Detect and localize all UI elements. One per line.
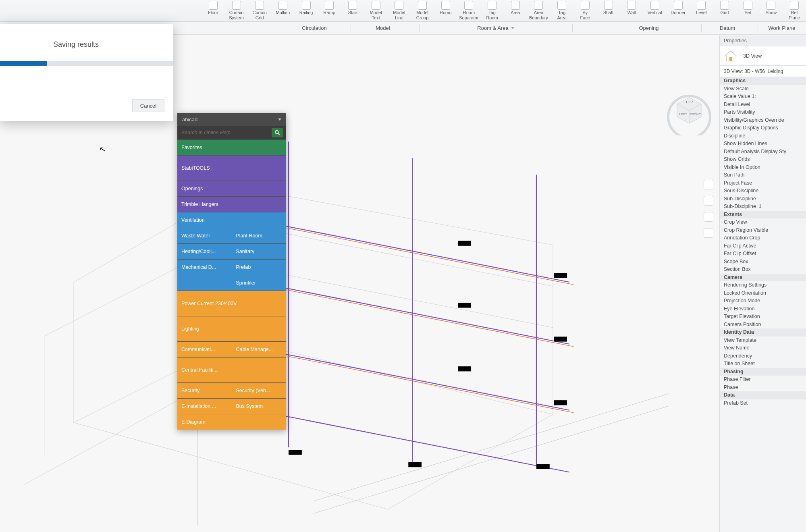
viewcube-top-label[interactable]: TOP <box>686 100 693 104</box>
ribbon-tool-level[interactable]: Level <box>690 0 713 21</box>
palette-tile[interactable]: Communicati... <box>177 342 232 357</box>
viewcube-front-label[interactable]: FRONT <box>690 112 701 116</box>
props-item[interactable]: Dependency <box>720 352 806 360</box>
props-item[interactable]: Eye Elevation <box>720 305 806 313</box>
view-type-selector[interactable]: 3D View <box>720 46 806 66</box>
ribbon-tool-mullion[interactable]: Mullion <box>271 0 295 21</box>
props-item[interactable]: View Scale <box>720 85 806 93</box>
props-section-graphics[interactable]: Graphics <box>720 77 806 85</box>
palette-tile[interactable]: Trimble Hangers <box>177 197 286 212</box>
props-item[interactable]: Target Elevation <box>720 313 806 321</box>
ribbon-tool-ref[interactable]: RefPlane <box>783 0 806 21</box>
palette-tile[interactable]: Heating/Cooli... <box>177 244 232 259</box>
palette-tile[interactable]: Security (Veb... <box>232 383 287 398</box>
palette-tile[interactable]: Prefab <box>232 260 287 275</box>
ribbon-tool-curtain[interactable]: CurtainGrid <box>248 0 271 21</box>
props-item[interactable]: Locked Orientation <box>720 289 806 297</box>
palette-search-input[interactable] <box>181 129 272 136</box>
props-item[interactable]: Discipline <box>720 132 806 140</box>
palette-tile[interactable]: Waste Water <box>177 228 232 243</box>
props-item[interactable]: Scope Box <box>720 258 806 266</box>
ribbon-tool-shaft[interactable]: Shaft <box>597 0 620 21</box>
palette-tile[interactable]: Lighting <box>177 316 286 341</box>
props-section-identity[interactable]: Identity Data <box>720 328 806 337</box>
palette-tile[interactable]: Sanitary <box>232 244 287 259</box>
palette-tile[interactable]: Sprinkler <box>232 275 287 291</box>
palette-tile[interactable]: Ventilation <box>177 212 286 228</box>
props-item[interactable]: Detail Level <box>720 101 806 109</box>
props-section-extents[interactable]: Extents <box>720 211 806 219</box>
pan-icon[interactable] <box>704 196 713 206</box>
view-cube[interactable]: TOP LEFT FRONT <box>665 87 713 135</box>
props-section-data[interactable]: Data <box>720 391 806 399</box>
ribbon-tool-model[interactable]: ModelLine <box>388 0 411 21</box>
props-item[interactable]: Far Clip Active <box>720 242 806 250</box>
palette-tile[interactable]: Openings <box>177 181 286 196</box>
props-item[interactable]: View Template <box>720 337 806 345</box>
palette-tile[interactable]: E-Installation ... <box>177 399 232 414</box>
palette-tile[interactable]: Bus System <box>232 399 287 414</box>
ribbon-tool-tag[interactable]: TagRoom <box>480 0 504 21</box>
props-item[interactable]: Sub-Discipline <box>720 195 806 203</box>
palette-tile[interactable]: Plant Room <box>232 228 287 243</box>
props-item[interactable]: Phase <box>720 384 806 392</box>
props-section-camera[interactable]: Camera <box>720 274 806 282</box>
ribbon-tool-floor[interactable]: Floor <box>202 0 225 21</box>
props-item[interactable]: Rendering Settings <box>720 281 806 289</box>
palette-tile[interactable]: Power Current 230/400V <box>177 291 286 316</box>
ribbon-tool-room[interactable]: Room <box>434 0 457 21</box>
props-item[interactable]: Scale Value 1: <box>720 93 806 101</box>
ribbon-tool-dormer[interactable]: Dormer <box>667 0 690 21</box>
palette-tile[interactable]: Central Faciliti... <box>177 357 286 382</box>
ribbon-tool-ramp[interactable]: Ramp <box>318 0 341 21</box>
props-section-phasing[interactable]: Phasing <box>720 368 806 376</box>
ribbon-tool-set[interactable]: Set <box>736 0 760 21</box>
ribbon-tool-railing[interactable]: Railing <box>295 0 318 21</box>
ribbon-tool-grid[interactable]: Grid <box>713 0 736 21</box>
props-item[interactable]: Sous-Discipline <box>720 187 806 195</box>
palette-tile[interactable]: E-Diagram <box>177 414 286 430</box>
props-item[interactable]: Far Clip Offset <box>720 250 806 258</box>
ribbon-tool-area[interactable]: AreaBoundary <box>527 0 550 21</box>
props-item[interactable]: Prefab Set <box>720 399 806 407</box>
props-item[interactable]: Visibility/Graphics Override <box>720 116 806 125</box>
zoom-icon[interactable] <box>704 212 713 222</box>
props-item[interactable]: Show Hidden Lines <box>720 140 806 148</box>
props-item[interactable]: Annotation Crop <box>720 234 806 242</box>
props-item[interactable]: Parts Visibility <box>720 108 806 116</box>
ribbon-tool-model[interactable]: ModelGroup <box>411 0 434 21</box>
props-item[interactable]: Visible In Option <box>720 164 806 172</box>
palette-tile[interactable]: Cable Manage... <box>232 342 287 357</box>
palette-tile[interactable]: Security <box>177 383 232 398</box>
ribbon-tool-area[interactable]: Area <box>504 0 527 21</box>
search-button[interactable] <box>272 128 283 137</box>
palette-tile[interactable]: Mechanical D... <box>177 260 232 275</box>
props-item[interactable]: Crop Region Visible <box>720 227 806 235</box>
props-item[interactable]: Section Box <box>720 266 806 274</box>
ribbon-tool-wall[interactable]: Wall <box>620 0 643 21</box>
props-item[interactable]: Crop View <box>720 218 806 227</box>
ribbon-tool-curtain[interactable]: CurtainSystem <box>225 0 248 21</box>
ribbon-tool-model[interactable]: ModelText <box>364 0 388 21</box>
ribbon-tool-room[interactable]: RoomSeparator <box>457 0 481 21</box>
props-item[interactable]: Project Fase <box>720 179 806 187</box>
palette-tile[interactable]: StabiTOOLS <box>177 156 286 181</box>
stabicad-palette[interactable]: abicad FavoritesStabiTOOLSOpeningsTrimbl… <box>177 113 286 430</box>
ribbon-tool-tag[interactable]: TagArea <box>550 0 573 21</box>
props-item[interactable]: Graphic Display Options <box>720 124 806 132</box>
orbit-icon[interactable] <box>704 228 713 238</box>
props-item[interactable]: Projection Mode <box>720 297 806 305</box>
palette-tile[interactable] <box>177 275 232 291</box>
props-item[interactable]: Sub-Discipline_1 <box>720 203 806 211</box>
steering-wheel-icon[interactable] <box>704 180 713 189</box>
palette-tile[interactable]: Favorites <box>177 140 286 155</box>
props-item[interactable]: Phase Filter <box>720 376 806 384</box>
props-item[interactable]: Camera Position <box>720 321 806 329</box>
ribbon-tool-show[interactable]: Show <box>760 0 783 21</box>
viewcube-left-label[interactable]: LEFT <box>679 112 687 116</box>
ribbon-tool-stair[interactable]: Stair <box>341 0 364 21</box>
props-item[interactable]: Sun Path <box>720 171 806 179</box>
panel-label-room-area[interactable]: Room & Area <box>451 22 540 34</box>
chevron-down-icon[interactable] <box>278 118 281 121</box>
props-item[interactable]: Default Analysis Display Sty <box>720 148 806 156</box>
